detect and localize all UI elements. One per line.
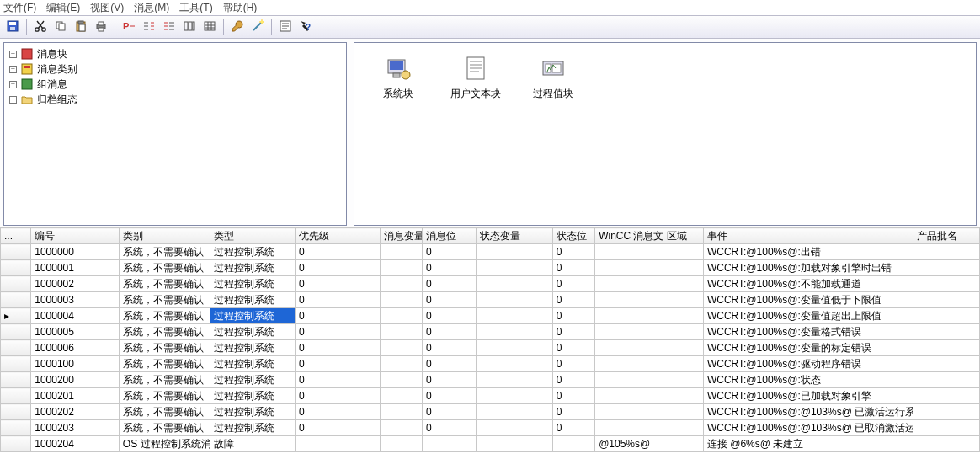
tree-node-2[interactable]: +组消息 [6, 77, 344, 92]
cell-pri[interactable]: 0 [296, 244, 381, 260]
cell-cat[interactable]: 系统，不需要确认 [119, 356, 210, 372]
col-header-5[interactable]: 消息变量 [380, 228, 422, 244]
row-header[interactable] [1, 276, 31, 292]
cell-sv[interactable] [477, 244, 553, 260]
cell-mv[interactable] [380, 292, 422, 308]
cell-pri[interactable]: 0 [296, 260, 381, 276]
cell-sv[interactable] [477, 292, 553, 308]
cell-cat[interactable]: 系统，不需要确认 [119, 404, 210, 420]
cell-ev[interactable]: WCCRT:@100%s@:出错 [703, 244, 913, 260]
cell-id[interactable]: 1000001 [31, 260, 120, 276]
expand-icon[interactable]: + [9, 96, 17, 104]
expand-icon[interactable]: + [9, 51, 17, 58]
cell-prod[interactable] [913, 276, 980, 292]
cell-ev[interactable]: WCCRT:@100%s@:已加载对象引擎 [703, 388, 913, 404]
cell-type[interactable]: 过程控制系统 [210, 372, 296, 388]
cell-mv[interactable] [380, 388, 422, 404]
cell-w[interactable] [595, 244, 663, 260]
cell-pri[interactable]: 0 [296, 356, 381, 372]
col-header-2[interactable]: 类别 [119, 228, 210, 244]
cell-mb[interactable]: 0 [422, 244, 476, 260]
cell-cat[interactable]: 系统，不需要确认 [119, 324, 210, 340]
cell-id[interactable]: 1000100 [31, 356, 120, 372]
expand-icon[interactable]: + [9, 81, 17, 88]
cell-ar[interactable] [663, 436, 703, 452]
cell-w[interactable] [595, 308, 663, 324]
table-row[interactable]: 1000006系统，不需要确认过程控制系统000WCCRT:@100%s@:变量… [1, 340, 980, 356]
cell-sv[interactable] [477, 260, 553, 276]
cell-mv[interactable] [380, 244, 422, 260]
cell-ev[interactable]: WCCRT:@100%s@:变量格式错误 [703, 324, 913, 340]
menu-4[interactable]: 工具(T) [179, 1, 212, 15]
table-row[interactable]: 1000003系统，不需要确认过程控制系统000WCCRT:@100%s@:变量… [1, 292, 980, 308]
row-header[interactable] [1, 420, 31, 436]
col-header-3[interactable]: 类型 [210, 228, 296, 244]
cell-mb[interactable]: 0 [422, 420, 476, 436]
cell-ev[interactable]: WCCRT:@100%s@:变量值低于下限值 [703, 292, 913, 308]
cell-cat[interactable]: OS 过程控制系统消息 [119, 436, 210, 452]
cell-sv[interactable] [477, 340, 553, 356]
cell-sb[interactable]: 0 [552, 244, 594, 260]
col-header-4[interactable]: 优先级 [296, 228, 381, 244]
cell-pri[interactable]: 0 [296, 388, 381, 404]
cell-pri[interactable]: 0 [296, 420, 381, 436]
p3-button[interactable] [160, 18, 178, 36]
cell-prod[interactable] [913, 324, 980, 340]
row-header[interactable] [1, 388, 31, 404]
col-header-8[interactable]: 状态位 [552, 228, 594, 244]
expand-icon[interactable]: + [9, 66, 17, 73]
cell-sv[interactable] [477, 372, 553, 388]
p1-button[interactable]: P [120, 18, 138, 36]
cell-type[interactable]: 过程控制系统 [210, 324, 296, 340]
cell-prod[interactable] [913, 244, 980, 260]
cell-id[interactable]: 1000201 [31, 388, 120, 404]
row-header[interactable] [1, 292, 31, 308]
tree-node-0[interactable]: +消息块 [6, 46, 344, 61]
bigicon-user[interactable]: 用户文本块 [449, 55, 503, 101]
paste-button[interactable] [72, 18, 90, 36]
cell-type[interactable]: 过程控制系统 [210, 388, 296, 404]
help-ctx-button[interactable]: ? [296, 18, 315, 36]
cell-mv[interactable] [380, 308, 422, 324]
table-row[interactable]: ▸1000004系统，不需要确认过程控制系统000WCCRT:@100%s@:变… [1, 308, 980, 324]
cut-button[interactable] [31, 18, 50, 36]
cell-sv[interactable] [477, 276, 553, 292]
cell-pri[interactable]: 0 [296, 324, 381, 340]
cell-w[interactable] [595, 388, 663, 404]
cell-type[interactable]: 过程控制系统 [210, 420, 296, 436]
cell-mb[interactable]: 0 [422, 308, 476, 324]
cell-sb[interactable]: 0 [552, 260, 594, 276]
cell-prod[interactable] [913, 388, 980, 404]
cell-prod[interactable] [913, 308, 980, 324]
cell-id[interactable]: 1000003 [31, 292, 120, 308]
cell-sb[interactable]: 0 [552, 340, 594, 356]
cell-sb[interactable]: 0 [552, 388, 594, 404]
row-header[interactable] [1, 324, 31, 340]
table-row[interactable]: 1000202系统，不需要确认过程控制系统000WCCRT:@100%s@:@1… [1, 404, 980, 420]
cell-mv[interactable] [380, 372, 422, 388]
cell-sb[interactable]: 0 [552, 308, 594, 324]
tree-node-3[interactable]: +归档组态 [6, 92, 344, 107]
cell-cat[interactable]: 系统，不需要确认 [119, 244, 210, 260]
col-header-6[interactable]: 消息位 [422, 228, 476, 244]
cell-ar[interactable] [663, 356, 703, 372]
copy-button[interactable] [51, 18, 70, 36]
cell-ev[interactable]: WCCRT:@100%s@:变量的标定错误 [703, 340, 913, 356]
cell-sv[interactable] [477, 388, 553, 404]
cell-ar[interactable] [663, 324, 703, 340]
cell-id[interactable]: 1000006 [31, 340, 120, 356]
cell-ar[interactable] [663, 260, 703, 276]
p2-button[interactable] [140, 18, 158, 36]
table-row[interactable]: 1000200系统，不需要确认过程控制系统000WCCRT:@100%s@:状态 [1, 372, 980, 388]
message-grid[interactable]: ...编号类别类型优先级消息变量消息位状态变量状态位WinCC 消息文区域事件产… [0, 227, 980, 452]
cell-prod[interactable] [913, 436, 980, 452]
cell-cat[interactable]: 系统，不需要确认 [119, 372, 210, 388]
cell-pri[interactable]: 0 [296, 340, 381, 356]
cell-cat[interactable]: 系统，不需要确认 [119, 292, 210, 308]
row-header[interactable] [1, 260, 31, 276]
col-header-7[interactable]: 状态变量 [477, 228, 553, 244]
menu-5[interactable]: 帮助(H) [223, 1, 258, 15]
cell-ar[interactable] [663, 292, 703, 308]
cell-ar[interactable] [663, 372, 703, 388]
cell-ar[interactable] [663, 340, 703, 356]
